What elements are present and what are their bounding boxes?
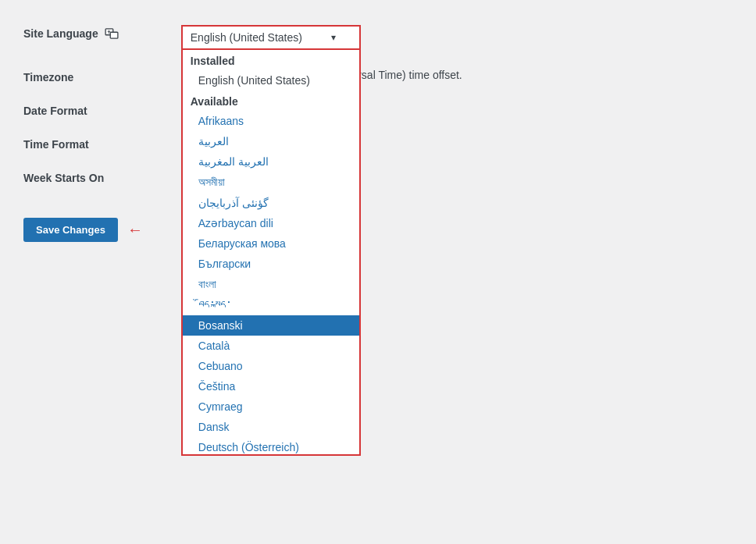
settings-page: Site Language English (United States) ▾ xyxy=(0,0,756,544)
dropdown-item-de-at[interactable]: Deutsch (Österreich) xyxy=(183,437,359,456)
installed-group-label: Installed xyxy=(183,50,359,70)
week-starts-label: Week Starts On xyxy=(23,172,104,184)
dropdown-item-be[interactable]: Беларуская мова xyxy=(183,233,359,254)
dropdown-item-ca[interactable]: Català xyxy=(183,336,359,356)
svg-rect-1 xyxy=(110,33,118,39)
dropdown-item-bn[interactable]: বাংলা xyxy=(183,274,359,295)
language-selected-value: English (United States) xyxy=(191,31,302,44)
dropdown-item-cs[interactable]: Čeština xyxy=(183,376,359,396)
chevron-down-icon: ▾ xyxy=(331,32,336,43)
week-starts-row: Week Starts On Sunday Monday Tuesday Wed… xyxy=(16,160,725,202)
available-group-label: Available xyxy=(183,91,359,111)
language-select-display[interactable]: English (United States) ▾ xyxy=(181,25,361,50)
timezone-label: Timezone xyxy=(23,71,73,84)
dropdown-item-ary[interactable]: العربية المغربية xyxy=(183,151,359,172)
site-language-label: Site Language xyxy=(23,27,98,40)
timezone-row: Timezone as you or a UTC (Coordinated Un… xyxy=(16,59,725,93)
time-format-row: Time Format xyxy=(16,126,725,160)
dropdown-item-ceb[interactable]: Cebuano xyxy=(183,356,359,376)
site-language-row: Site Language English (United States) ▾ xyxy=(16,16,725,59)
arrow-indicator: ← xyxy=(127,221,143,239)
time-format-label: Time Format xyxy=(23,138,89,151)
language-dropdown[interactable]: Installed English (United States) Availa… xyxy=(181,50,361,456)
dropdown-item-cy[interactable]: Cymraeg xyxy=(183,396,359,417)
dropdown-item-en-us[interactable]: English (United States) xyxy=(183,70,359,91)
save-button[interactable]: Save Changes xyxy=(23,218,118,242)
date-format-label: Date Format xyxy=(23,105,87,117)
dropdown-item-az[interactable]: Azərbaycan dili xyxy=(183,213,359,233)
dropdown-item-bs[interactable]: Bosanski xyxy=(183,315,359,336)
date-format-row: Date Format xyxy=(16,93,725,126)
dropdown-item-bg[interactable]: Български xyxy=(183,254,359,274)
save-button-row: Save Changes ← xyxy=(16,218,725,242)
dropdown-item-ar[interactable]: العربية xyxy=(183,131,359,151)
dropdown-item-da[interactable]: Dansk xyxy=(183,417,359,437)
language-select-container[interactable]: English (United States) ▾ Installed Engl… xyxy=(181,25,361,50)
settings-table: Site Language English (United States) ▾ xyxy=(16,16,725,202)
dropdown-item-as[interactable]: অসমীয়া xyxy=(183,172,359,193)
translate-icon xyxy=(105,28,119,39)
dropdown-item-af[interactable]: Afrikaans xyxy=(183,111,359,131)
dropdown-item-az-south[interactable]: گؤنئی آذربایجان xyxy=(183,193,359,213)
dropdown-item-bo[interactable]: བོད་སྐད་ xyxy=(183,295,359,315)
